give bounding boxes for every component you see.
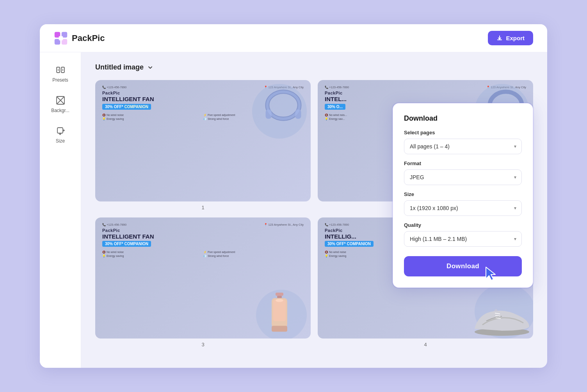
select-pages-wrap: All pages (1 – 4) Page 1 Page 2 Page 3 P…: [404, 139, 522, 154]
title-chevron-icon[interactable]: [147, 64, 154, 71]
sidebar-item-presets[interactable]: Presets: [44, 60, 77, 87]
size-icon: [55, 126, 66, 136]
select-pages-select[interactable]: All pages (1 – 4) Page 1 Page 2 Page 3 P…: [404, 139, 522, 154]
headphones-svg-1: [258, 86, 309, 129]
canvas-title-bar: Untitled image: [95, 63, 533, 71]
svg-rect-26: [272, 326, 287, 332]
card-4-number: 4: [318, 342, 533, 347]
canvas-title: Untitled image: [95, 63, 144, 71]
format-select[interactable]: JPEG PNG PDF SVG: [404, 169, 522, 185]
svg-point-18: [267, 92, 299, 119]
svg-rect-12: [57, 128, 63, 133]
sidebar: Presets Backgr... Size: [40, 52, 81, 368]
size-wrap: 1x (1920 x 1080 px) 2x (3840 x 2160 px) …: [404, 200, 522, 216]
format-label: Format: [404, 160, 522, 166]
download-popup: Download Select pages All pages (1 – 4) …: [393, 103, 533, 288]
shoe-svg: [471, 301, 533, 337]
card-3-number: 3: [95, 342, 311, 347]
design-card-1[interactable]: 📞 +123-456-7890 📍 123 Anywhere St., Any …: [95, 80, 311, 210]
main-layout: Presets Backgr... Size: [40, 52, 547, 368]
logo: PackPic: [54, 31, 105, 45]
svg-rect-4: [59, 36, 63, 40]
presets-icon: [55, 65, 66, 75]
background-icon: [55, 95, 66, 105]
size-label: Size: [404, 191, 522, 197]
canvas-area: Untitled image 📞 +123-456-7890 📍 123 Any…: [81, 52, 547, 368]
app-name: PackPic: [72, 33, 105, 43]
design-card-3[interactable]: 📞 +123-456-7890 📍 123 Anywhere St., Any …: [95, 217, 311, 348]
svg-rect-25: [273, 300, 286, 321]
app-window: PackPic Export Presets: [40, 24, 547, 368]
svg-point-27: [276, 299, 283, 302]
size-select[interactable]: 1x (1920 x 1080 px) 2x (3840 x 2160 px) …: [404, 200, 522, 216]
header: PackPic Export: [40, 24, 547, 52]
quality-select[interactable]: High (1.1 MB – 2.1 MB) Medium (0.5 MB – …: [404, 231, 522, 247]
sidebar-presets-label: Presets: [52, 77, 68, 83]
select-pages-label: Select pages: [404, 130, 522, 135]
svg-rect-22: [276, 293, 283, 296]
export-button[interactable]: Export: [488, 31, 533, 45]
quality-wrap: High (1.1 MB – 2.1 MB) Medium (0.5 MB – …: [404, 231, 522, 247]
perfume-svg: [268, 292, 291, 337]
sidebar-item-background[interactable]: Backgr...: [44, 91, 77, 118]
format-wrap: JPEG PNG PDF SVG ▾: [404, 169, 522, 185]
sidebar-item-size[interactable]: Size: [44, 121, 77, 148]
svg-rect-23: [277, 296, 282, 298]
popup-title: Download: [404, 114, 522, 123]
sidebar-size-label: Size: [56, 138, 65, 144]
quality-label: Quality: [404, 222, 522, 228]
download-button[interactable]: Download: [404, 256, 522, 276]
card-1-number: 1: [95, 205, 311, 210]
export-icon: [496, 35, 503, 41]
packpic-logo-icon: [54, 31, 68, 45]
sidebar-background-label: Backgr...: [51, 108, 69, 113]
cursor-arrow: [484, 266, 498, 283]
